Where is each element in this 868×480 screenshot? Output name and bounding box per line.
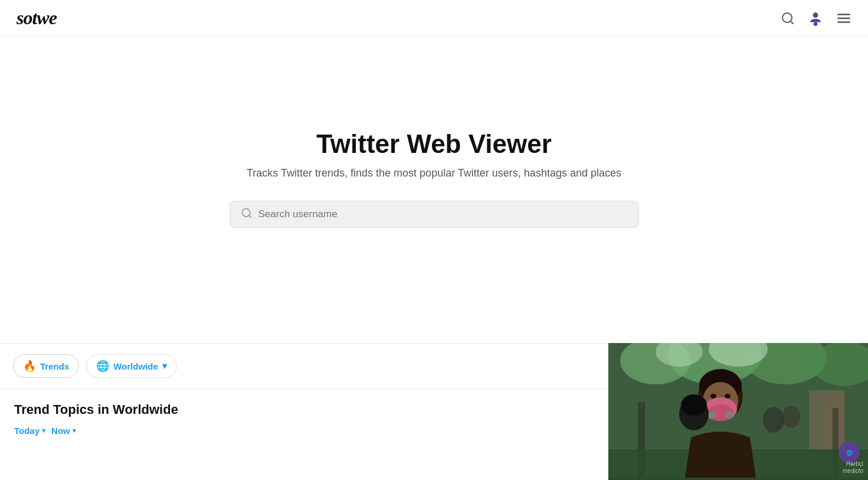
menu-icon[interactable] bbox=[836, 11, 851, 26]
svg-text:medicto: medicto bbox=[843, 468, 863, 474]
filter-now-label: Now bbox=[51, 426, 70, 436]
today-chevron-icon: ▾ bbox=[42, 427, 45, 435]
search-box[interactable] bbox=[230, 201, 639, 228]
svg-point-33 bbox=[782, 406, 800, 428]
worldwide-label: Worldwide bbox=[113, 361, 158, 371]
now-chevron-icon: ▾ bbox=[73, 427, 76, 435]
user-profile-icon[interactable] bbox=[808, 11, 823, 26]
svg-point-3 bbox=[814, 22, 818, 26]
hero-section: Twitter Web Viewer Tracks Twitter trends… bbox=[0, 37, 868, 308]
svg-point-24 bbox=[710, 394, 716, 399]
globe-icon: 🌐 bbox=[96, 360, 109, 373]
search-input[interactable] bbox=[258, 208, 628, 220]
hero-image: 🌐 Hərbçi medicto bbox=[608, 343, 868, 478]
svg-point-2 bbox=[813, 12, 818, 18]
trend-topics-title: Trend Topics in Worldwide bbox=[14, 402, 594, 417]
svg-text:Hərbçi: Hərbçi bbox=[846, 461, 863, 467]
trends-panel: 🔥 Trends 🌐 Worldwide ▾ Trend Topics in W… bbox=[0, 343, 608, 480]
svg-point-32 bbox=[763, 407, 784, 433]
search-icon[interactable] bbox=[781, 11, 795, 25]
fire-icon: 🔥 bbox=[23, 360, 36, 373]
svg-line-1 bbox=[791, 21, 793, 23]
svg-point-25 bbox=[725, 394, 731, 399]
page-wrapper: sotwe bbox=[0, 0, 868, 480]
trends-tab-bar: 🔥 Trends 🌐 Worldwide ▾ bbox=[0, 344, 608, 389]
filter-now-button[interactable]: Now ▾ bbox=[51, 426, 76, 436]
logo[interactable]: sotwe bbox=[17, 7, 57, 29]
svg-line-8 bbox=[248, 215, 251, 217]
header: sotwe bbox=[0, 0, 868, 37]
svg-text:🌐: 🌐 bbox=[846, 449, 853, 456]
filter-today-label: Today bbox=[14, 426, 40, 436]
svg-point-29 bbox=[725, 412, 734, 419]
filter-today-button[interactable]: Today ▾ bbox=[14, 426, 45, 436]
worldwide-tab[interactable]: 🌐 Worldwide ▾ bbox=[86, 354, 177, 378]
trends-content: Trend Topics in Worldwide Today ▾ Now ▾ bbox=[0, 389, 608, 442]
chevron-down-icon: ▾ bbox=[162, 361, 167, 371]
trends-tab[interactable]: 🔥 Trends bbox=[13, 354, 79, 378]
trends-tab-label: Trends bbox=[40, 361, 69, 371]
header-icons bbox=[781, 11, 851, 26]
svg-point-31 bbox=[681, 394, 707, 416]
hero-subtitle: Tracks Twitter trends, finds the most po… bbox=[247, 167, 621, 179]
image-panel: 🌐 Hərbçi medicto bbox=[608, 343, 868, 480]
bottom-strip: 🔥 Trends 🌐 Worldwide ▾ Trend Topics in W… bbox=[0, 343, 868, 480]
filter-row: Today ▾ Now ▾ bbox=[14, 426, 594, 436]
search-box-icon bbox=[241, 207, 253, 221]
hero-title: Twitter Web Viewer bbox=[316, 129, 552, 159]
